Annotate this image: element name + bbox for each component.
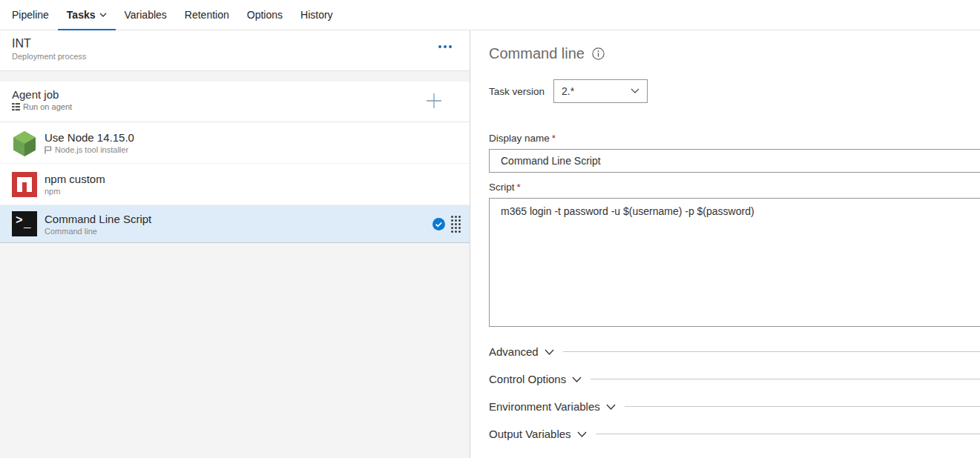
terminal-icon: >_ bbox=[12, 211, 37, 236]
info-icon[interactable] bbox=[592, 47, 605, 60]
stage-subtitle: Deployment process bbox=[12, 52, 458, 61]
agent-job-subtitle: Run on agent bbox=[23, 102, 72, 111]
task-subtitle: Node.js tool installer bbox=[55, 145, 128, 154]
chevron-down-icon bbox=[99, 13, 107, 18]
tab-history[interactable]: History bbox=[292, 0, 342, 30]
task-title: Use Node 14.15.0 bbox=[45, 131, 134, 144]
script-field[interactable] bbox=[489, 198, 980, 327]
chevron-down-icon bbox=[572, 376, 582, 383]
section-divider bbox=[596, 434, 980, 434]
section-environment-variables[interactable]: Environment Variables bbox=[489, 397, 980, 415]
grip-dots-icon[interactable] bbox=[451, 216, 461, 233]
page-title: Command line bbox=[489, 45, 585, 62]
tab-options[interactable]: Options bbox=[238, 0, 292, 30]
agent-job-item[interactable]: Agent job Run on agent bbox=[0, 82, 470, 122]
task-detail-panel: Command line Task version 2.* Display na… bbox=[470, 30, 980, 458]
section-output-variables[interactable]: Output Variables bbox=[489, 425, 980, 442]
nodejs-icon bbox=[12, 130, 37, 156]
ellipsis-icon[interactable] bbox=[435, 42, 455, 51]
tab-pipeline[interactable]: Pipeline bbox=[3, 0, 58, 30]
npm-icon bbox=[12, 172, 37, 197]
task-subtitle: Command line bbox=[45, 227, 97, 236]
display-name-field[interactable] bbox=[489, 149, 980, 173]
section-control-options[interactable]: Control Options bbox=[489, 370, 980, 388]
main-content: INT Deployment process Agent job Run on … bbox=[0, 30, 980, 458]
task-item-command-line-script[interactable]: >_ Command Line Script Command line bbox=[0, 205, 470, 243]
chevron-down-icon bbox=[631, 88, 639, 94]
chevron-down-icon bbox=[545, 349, 554, 356]
flag-icon bbox=[45, 146, 52, 154]
process-panel: INT Deployment process Agent job Run on … bbox=[0, 30, 470, 458]
task-item-npm-custom[interactable]: npm custom npm bbox=[0, 164, 470, 205]
required-marker: * bbox=[517, 182, 521, 193]
panel-spacer bbox=[0, 71, 470, 82]
task-item-use-node[interactable]: Use Node 14.15.0 Node.js tool installer bbox=[0, 122, 470, 164]
task-version-label: Task version bbox=[489, 86, 545, 97]
section-divider bbox=[563, 351, 980, 352]
section-divider bbox=[625, 406, 980, 407]
agent-job-title: Agent job bbox=[12, 88, 458, 101]
stage-header: INT Deployment process bbox=[0, 30, 470, 71]
section-advanced[interactable]: Advanced bbox=[489, 342, 980, 360]
tab-tasks[interactable]: Tasks bbox=[58, 0, 116, 30]
display-name-label: Display name bbox=[489, 133, 550, 144]
task-title: npm custom bbox=[45, 173, 105, 185]
script-label: Script bbox=[489, 182, 515, 193]
check-circle-icon bbox=[433, 218, 445, 230]
tab-variables[interactable]: Variables bbox=[116, 0, 176, 30]
chevron-down-icon bbox=[606, 404, 616, 411]
pipeline-tab-bar: Pipeline Tasks Variables Retention Optio… bbox=[0, 0, 980, 30]
agent-grid-icon bbox=[12, 103, 20, 111]
task-version-value: 2.* bbox=[562, 85, 574, 97]
tab-retention[interactable]: Retention bbox=[176, 0, 238, 30]
stage-name: INT bbox=[12, 37, 458, 50]
section-divider bbox=[591, 379, 980, 379]
task-title: Command Line Script bbox=[45, 213, 151, 225]
required-marker: * bbox=[552, 133, 556, 144]
panel-background bbox=[0, 243, 470, 458]
chevron-down-icon bbox=[577, 431, 587, 438]
task-version-dropdown[interactable]: 2.* bbox=[553, 79, 648, 103]
plus-icon[interactable] bbox=[425, 92, 443, 113]
task-subtitle: npm bbox=[45, 187, 60, 196]
